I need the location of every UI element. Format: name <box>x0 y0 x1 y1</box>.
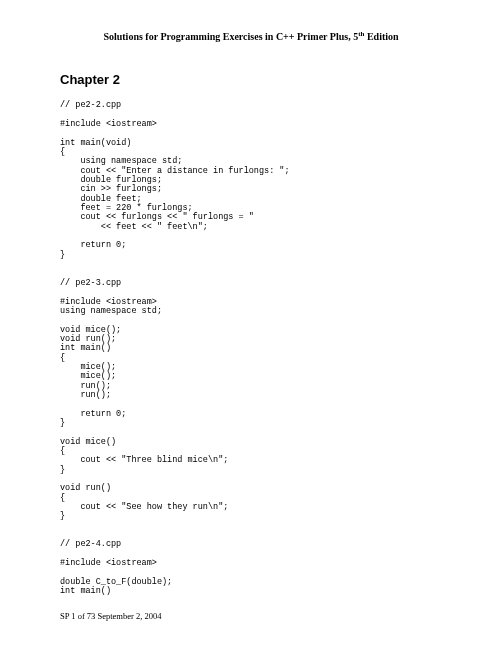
chapter-title: Chapter 2 <box>60 72 442 87</box>
page-header: Solutions for Programming Exercises in C… <box>60 30 442 42</box>
header-title-suffix: Edition <box>364 31 398 42</box>
code-block: // pe2-2.cpp #include <iostream> int mai… <box>60 101 442 596</box>
header-title-prefix: Solutions for Programming Exercises in C… <box>103 31 358 42</box>
page-content: Solutions for Programming Exercises in C… <box>0 0 502 617</box>
page-footer: SP 1 of 73 September 2, 2004 <box>60 611 161 621</box>
